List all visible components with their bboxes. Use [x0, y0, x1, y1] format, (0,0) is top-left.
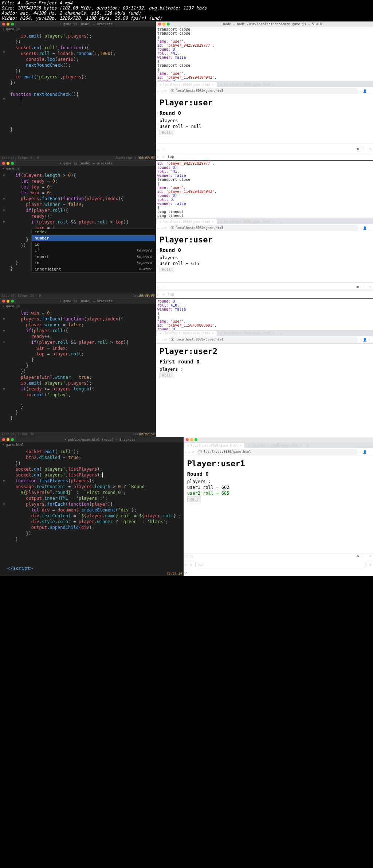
menu-icon[interactable]: ⋮	[368, 89, 372, 93]
profile-icon[interactable]: 👤	[363, 89, 367, 93]
inspect-icon[interactable]: ⬚	[185, 554, 188, 558]
console-body[interactable]: >	[184, 569, 373, 576]
panel-4: • public/game.html (node) — Brackets • g…	[0, 437, 373, 576]
page-title: Player:user	[160, 98, 369, 107]
back-icon[interactable]: ←	[157, 226, 159, 230]
timestamp: 00:02:09	[139, 156, 154, 160]
ac-item-number[interactable]: number	[32, 235, 155, 241]
address-bar[interactable]: ⓘ localhost:8080/game.html	[169, 225, 358, 231]
file-tab[interactable]: • game.js	[0, 27, 22, 32]
panel-3: • game.js (node) — Brackets • game.js le…	[0, 298, 373, 437]
roll-button[interactable]: Roll	[160, 267, 173, 272]
status-bar: Line 49, Column 24 — 0JavaScript ▾	[0, 293, 156, 298]
roll-text: user roll = null	[160, 124, 369, 129]
address-bar[interactable]: ⓘ localhost:8080/game.html	[169, 88, 358, 94]
forward-icon[interactable]: →	[161, 226, 162, 230]
file-info: File: 4. Game Project 4.mp4 Size: 107043…	[0, 0, 373, 21]
devtools-menu-icon[interactable]: ⋮	[362, 147, 366, 151]
round-label: Round 0	[160, 110, 369, 116]
window-controls[interactable]	[0, 161, 16, 166]
terminal-output[interactable]: id: 'player_942592829777', round: 0, rol…	[156, 161, 373, 218]
code-area[interactable]: io.emit('players',players); }) ▼ socket.…	[0, 32, 156, 134]
devtools-close-icon[interactable]: ×	[369, 147, 372, 151]
address-bar[interactable]: ⓘ localhost:8080/game.html	[196, 449, 358, 455]
roll-button[interactable]: Roll	[160, 130, 173, 135]
page-title: Player:user1	[187, 459, 369, 468]
roll-user2: user2 roll = 685	[187, 491, 369, 496]
roll-user1: user1 roll = 602	[187, 485, 369, 490]
autocomplete-popup[interactable]: index number io ifkeyword importkeyword …	[31, 229, 155, 273]
panel-1: • game.js (node) — Brackets • game.js io…	[0, 21, 373, 160]
inspect-icon[interactable]: ⬚	[157, 147, 160, 151]
devtools: ⬚ ⬚ » ⋮ × ▷ ⊘ top ⚙ >	[184, 552, 373, 576]
page-title: Player:user	[160, 235, 369, 244]
script-close-tag: </script>	[0, 565, 33, 571]
chrome-tab-active[interactable]: ⊕ localhost:8080/game.html ×	[157, 82, 217, 87]
forward-icon[interactable]: →	[161, 89, 162, 93]
device-icon[interactable]: ⬚	[163, 147, 165, 151]
console-context[interactable]: top	[195, 562, 366, 567]
console-clear-icon[interactable]: ⊘	[162, 155, 165, 159]
console-prompt: >	[185, 571, 187, 575]
timestamp: 00:09:14	[166, 572, 182, 575]
settings-icon[interactable]: ⚙	[369, 563, 372, 567]
page-content: Player:user Round 0 players : user roll …	[156, 95, 373, 145]
file-tab[interactable]: • game.js	[0, 166, 22, 171]
reload-icon[interactable]: ⟳	[164, 226, 167, 230]
page-content: Player:user Round 0 players : user roll …	[156, 232, 373, 283]
players-label: players :	[160, 118, 369, 123]
timestamp: 00:05:00	[139, 294, 154, 297]
panel-2: • game.js (node) — Brackets • game.js ▼ …	[0, 160, 373, 298]
roll-button[interactable]: Roll	[187, 497, 201, 502]
page-content: Player:user2 First round 0 players : Rol…	[156, 344, 373, 437]
terminal-output[interactable]: round: 0, roll: 410, winner: false } { n…	[156, 299, 373, 330]
page-title: Player:user2	[160, 347, 369, 356]
round-label: Round 0	[160, 247, 369, 253]
console-clear-icon[interactable]: ⊘	[190, 563, 192, 567]
console-play-icon[interactable]: ▷	[185, 563, 187, 567]
code-area[interactable]: socket.emit('roll'); btn2.disabled = tru…	[0, 447, 184, 544]
devtools-expand-icon[interactable]: »	[357, 147, 360, 151]
term-window-controls[interactable]	[156, 22, 172, 27]
round-label: Round 0	[187, 471, 369, 477]
devtools: ⬚ ⬚ » ⋮ × ▷ ⊘ top	[156, 145, 373, 160]
devtools-close-icon[interactable]: ×	[369, 554, 372, 558]
chrome-tabs[interactable]: ⊕ localhost:8080/game.html × ⊕ localhost…	[156, 218, 373, 224]
devtools-expand-icon[interactable]: »	[357, 554, 360, 558]
device-icon[interactable]: ⬚	[190, 554, 193, 558]
back-icon[interactable]: ←	[157, 89, 159, 93]
chrome-tabs[interactable]: ⊕ localhost:8080/game.html × ⊕ localhost…	[156, 81, 373, 87]
star-icon[interactable]: ☆	[360, 89, 361, 93]
roll-button[interactable]: Roll	[160, 373, 173, 378]
code-area[interactable]: let win = 0; ▼ players.forEach(function(…	[0, 309, 156, 423]
timestamp: 00:07:54	[139, 432, 154, 436]
page-content: Player:user1 Round 0 players : user1 rol…	[184, 456, 373, 552]
editor-title: • game.js (node) — Brackets	[16, 22, 156, 27]
new-tab-button[interactable]: +	[278, 82, 283, 87]
console-play-icon[interactable]: ▷	[157, 155, 160, 159]
chrome-toolbar: ← → ⟳ ⓘ localhost:8080/game.html ☆ 👤 ⋮	[156, 87, 373, 95]
status-bar: Line 40, Column 5 — 0JavaScript ▾ Spaces…	[0, 156, 156, 160]
devtools-menu-icon[interactable]: ⋮	[362, 554, 366, 558]
round-label: First round 0	[160, 359, 369, 365]
chrome-tab-2[interactable]: ⊕ localhost:8080/game.html ×	[217, 82, 278, 87]
reload-icon[interactable]: ⟳	[164, 89, 167, 93]
window-controls[interactable]	[0, 22, 16, 27]
ac-item-index[interactable]: index	[32, 229, 155, 235]
terminal-output[interactable]: transport close transport close { name: …	[156, 27, 373, 81]
